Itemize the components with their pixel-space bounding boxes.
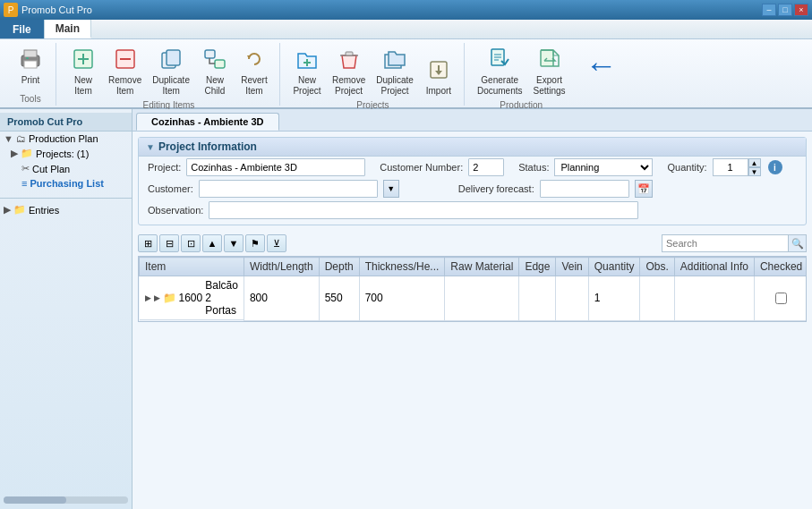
minimize-button[interactable]: –	[762, 4, 776, 16]
sidebar-item-projects[interactable]: ▶ 📁 Projects: (1)	[0, 146, 132, 161]
sidebar-item-purchasing-list[interactable]: ≡ Purchasing List	[0, 176, 132, 191]
menu-bar: File Main	[0, 20, 812, 39]
svg-rect-17	[346, 52, 353, 55]
duplicate-project-button[interactable]: DuplicateProject	[372, 43, 417, 98]
remove-item-label: RemoveItem	[108, 75, 141, 97]
production-plan-label: Production Plan	[29, 133, 98, 144]
export-settings-button[interactable]: ExportSettings	[529, 43, 568, 98]
search-input[interactable]	[662, 235, 788, 251]
generate-docs-button[interactable]: GenerateDocuments	[474, 43, 526, 98]
duplicate-item-icon	[157, 45, 185, 73]
svg-rect-3	[26, 57, 29, 59]
col-thickness: Thickness/He...	[359, 258, 445, 276]
customer-number-input[interactable]	[468, 158, 504, 176]
project-info-section: ▼ Project Information Project: Customer …	[138, 137, 807, 225]
toolbar-btn-flag[interactable]: ⚑	[245, 234, 265, 252]
project-form-row1: Project: Customer Number: Status: Planni…	[139, 157, 806, 178]
customer-dropdown-button[interactable]: ▼	[383, 180, 399, 198]
info-icon[interactable]: i	[768, 160, 782, 174]
close-button[interactable]: ×	[794, 4, 808, 16]
new-item-label: NewItem	[74, 75, 92, 97]
import-button[interactable]: Import	[421, 54, 457, 98]
ribbon-group-editing: NewItem RemoveItem Dupli	[58, 43, 280, 106]
entries-icon: 📁	[13, 204, 26, 216]
new-item-button[interactable]: NewItem	[65, 43, 101, 98]
content-panel: Cozinhas - Ambiente 3D ▼ Project Informa…	[132, 109, 812, 509]
delivery-calendar-button[interactable]: 📅	[635, 180, 653, 198]
window-controls[interactable]: – □ ×	[762, 4, 808, 16]
print-label: Print	[21, 75, 40, 86]
tab-file[interactable]: File	[0, 20, 45, 38]
duplicate-item-button[interactable]: DuplicateItem	[149, 43, 193, 98]
export-settings-label: ExportSettings	[533, 75, 565, 97]
project-info-header[interactable]: ▼ Project Information	[139, 138, 806, 157]
sidebar-scrollbar[interactable]	[4, 496, 128, 504]
toolbar-btn-down[interactable]: ▼	[224, 234, 244, 252]
generate-docs-label: GenerateDocuments	[477, 75, 523, 97]
col-edge: Edge	[519, 258, 556, 276]
expand-icon: ▼	[4, 133, 13, 144]
project-form-row2: Customer: ▼ Delivery forecast: 📅	[139, 178, 806, 199]
section-title: Project Information	[158, 140, 257, 153]
remove-project-label: RemoveProject	[332, 75, 365, 97]
quantity-down-button[interactable]: ▼	[748, 167, 761, 176]
quantity-spinner[interactable]: ▲ ▼	[713, 158, 761, 176]
row-width: 800	[244, 276, 319, 321]
projects-expand-icon: ▶	[11, 148, 18, 159]
entries-label: Entries	[29, 205, 59, 216]
row-checked-checkbox[interactable]	[775, 293, 787, 304]
status-select[interactable]: Planning In Progress Completed	[554, 158, 653, 176]
toolbar-btn-remove[interactable]: ⊟	[159, 234, 179, 252]
delivery-input[interactable]	[540, 180, 629, 198]
svg-rect-10	[167, 50, 180, 65]
project-label: Project:	[148, 162, 181, 173]
print-button[interactable]: Print	[13, 43, 48, 88]
row-thickness: 700	[359, 276, 445, 321]
row-vein	[556, 276, 588, 321]
col-checked: Checked	[754, 258, 807, 276]
project-input[interactable]	[186, 158, 365, 176]
new-project-button[interactable]: NewProject	[289, 43, 325, 98]
tab-main[interactable]: Main	[45, 20, 91, 38]
row-depth: 550	[319, 276, 359, 321]
remove-item-button[interactable]: RemoveItem	[105, 43, 145, 98]
quantity-input[interactable]	[713, 158, 748, 176]
row-expand-button2[interactable]: ▶	[154, 293, 160, 302]
table-row: ▶ ▶ 📁 1600 Balcão 2 Portas 800 550 700 1	[140, 276, 808, 321]
row-checked[interactable]	[754, 276, 807, 321]
sidebar-item-entries[interactable]: ▶ 📁 Entries	[0, 202, 132, 217]
data-table-wrapper: Item Width/Length Depth Thickness/He... …	[138, 256, 807, 322]
revert-item-button[interactable]: RevertItem	[236, 43, 272, 98]
observation-input[interactable]	[209, 201, 638, 219]
sidebar-item-production-plan[interactable]: ▼ 🗂 Production Plan	[0, 131, 132, 146]
section-collapse-icon: ▼	[146, 142, 155, 152]
search-button[interactable]: 🔍	[788, 235, 806, 251]
row-expand-button[interactable]: ▶	[145, 293, 151, 302]
quantity-up-button[interactable]: ▲	[748, 158, 761, 167]
col-item: Item	[140, 258, 244, 276]
col-width: Width/Length	[244, 258, 319, 276]
customer-label: Customer:	[148, 183, 193, 194]
ribbon-group-projects: NewProject RemoveProject	[282, 43, 465, 106]
toolbar-btn-box[interactable]: ⊡	[181, 234, 201, 252]
remove-project-button[interactable]: RemoveProject	[329, 43, 369, 98]
remove-item-icon	[111, 45, 140, 73]
cut-plan-label: Cut Plan	[32, 164, 70, 174]
sidebar-title: Promob Cut Pro	[0, 113, 132, 131]
ribbon: Print Tools NewItem	[0, 39, 812, 109]
customer-input[interactable]	[199, 180, 378, 198]
generate-docs-icon	[485, 45, 514, 73]
toolbar-btn-export[interactable]: ⊻	[267, 234, 286, 252]
revert-item-label: RevertItem	[241, 75, 267, 97]
col-depth: Depth	[319, 258, 359, 276]
toolbar-btn-up[interactable]: ▲	[202, 234, 222, 252]
toolbar-btn-grid[interactable]: ⊞	[138, 234, 158, 252]
cut-plan-icon: ✂	[21, 163, 30, 174]
import-icon	[424, 55, 453, 84]
new-child-button[interactable]: NewChild	[197, 43, 233, 98]
col-obs: Obs.	[640, 258, 674, 276]
ribbon-group-production: GenerateDocuments ExportSettings Product…	[466, 43, 577, 106]
sidebar-item-cut-plan[interactable]: ✂ Cut Plan	[0, 161, 132, 176]
maximize-button[interactable]: □	[778, 4, 792, 16]
tab-cozinhas[interactable]: Cozinhas - Ambiente 3D	[136, 113, 279, 131]
